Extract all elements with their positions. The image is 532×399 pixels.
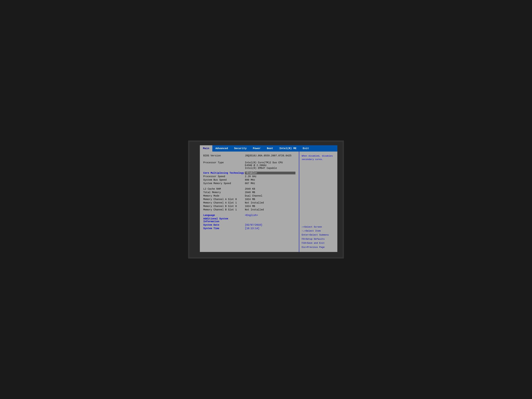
total-memory-value: 2048 MB xyxy=(245,191,295,194)
system-time-row: System Time [16:13:14] xyxy=(203,227,295,230)
system-date-row: System Date [02/07/2010] xyxy=(203,224,295,226)
content-area: BIOS Version JOQ3510J.86A.0559.2007.0726… xyxy=(200,152,337,252)
bios-version-value: JOQ3510J.86A.0559.2007.0726.0425 xyxy=(245,154,295,157)
l2-cache-value: 2048 KB xyxy=(245,188,295,190)
processor-type-value-line1: Intel(R) Core(TM)2 Duo CPU E4500 @ 2.20G… xyxy=(245,161,295,170)
key-hints: ↔=Select Screen ↑↓=Select Item Enter=Sel… xyxy=(302,225,335,249)
mem-ch-b-slot0-label: Memory Channel B Slot 0 xyxy=(203,205,245,208)
system-bus-row: System Bus Speed 800 MHz xyxy=(203,178,295,181)
menu-item-exit[interactable]: Exit xyxy=(300,145,312,152)
mem-ch-a-slot0-label: Memory Channel A Slot 0 xyxy=(203,198,245,201)
total-memory-label: Total Memory xyxy=(203,191,245,194)
menu-item-power[interactable]: Power xyxy=(250,145,264,152)
processor-type-row: Processor Type Intel(R) Core(TM)2 Duo CP… xyxy=(203,161,295,170)
system-bus-value: 800 MHz xyxy=(245,178,295,181)
bios-version-label: BIOS Version xyxy=(203,154,245,157)
menu-item-security[interactable]: Security xyxy=(231,145,250,152)
key-hint-enter: Enter=Select Submenu xyxy=(302,233,335,237)
mem-ch-a-slot1-label: Memory Channel A Slot 1 xyxy=(203,201,245,204)
additional-info-row: Additional System Information xyxy=(203,217,295,223)
additional-info-label[interactable]: Additional System Information xyxy=(203,217,245,223)
processor-speed-label: Processor Speed xyxy=(203,175,245,178)
processor-speed-row: Processor Speed 2.20 GHz xyxy=(203,175,295,178)
system-memory-row: System Memory Speed 667 MHz xyxy=(203,182,295,185)
bios-screen: Main Advanced Security Power Boot Intel(… xyxy=(200,145,337,252)
mem-ch-b-slot1-label: Memory Channel B Slot 1 xyxy=(203,208,245,211)
menu-bar: Main Advanced Security Power Boot Intel(… xyxy=(200,145,337,152)
monitor-frame: Main Advanced Security Power Boot Intel(… xyxy=(188,140,344,259)
menu-item-intel-me[interactable]: Intel(R) ME xyxy=(276,145,300,152)
core-multiplex-value[interactable]: <Enable> xyxy=(245,172,295,174)
mem-ch-b-slot0-value: 1024 MB xyxy=(245,205,295,208)
system-memory-value: 667 MHz xyxy=(245,182,295,185)
processor-speed-value: 2.20 GHz xyxy=(245,175,295,178)
sidebar: When disabled, disables secondary cores.… xyxy=(299,152,337,252)
total-memory-row: Total Memory 2048 MB xyxy=(203,191,295,194)
l2-cache-label: L2 Cache RAM xyxy=(203,188,245,190)
key-hint-esc: Esc=Previous Page xyxy=(302,245,335,249)
mem-ch-a-slot1-row: Memory Channel A Slot 1 Not Installed xyxy=(203,201,295,204)
mem-ch-a-slot0-value: 1024 MB xyxy=(245,198,295,201)
key-hint-select-item: ↑↓=Select Item xyxy=(302,229,335,233)
key-hint-select-screen: ↔=Select Screen xyxy=(302,225,335,229)
menu-item-boot[interactable]: Boot xyxy=(264,145,276,152)
core-multiplex-row: Core Multiplexing Technology <Enable> xyxy=(203,172,295,174)
menu-item-main[interactable]: Main xyxy=(200,145,212,152)
system-time-label: System Time xyxy=(203,227,245,230)
mem-ch-a-slot1-value: Not Installed xyxy=(245,201,295,204)
bios-version-section: BIOS Version JOQ3510J.86A.0559.2007.0726… xyxy=(203,154,295,157)
key-hint-f10: F10=Save and Exit xyxy=(302,241,335,245)
system-time-value[interactable]: [16:13:14] xyxy=(245,227,295,230)
menu-item-advanced[interactable]: Advanced xyxy=(212,145,231,152)
language-value[interactable]: <English> xyxy=(245,214,295,217)
main-content: BIOS Version JOQ3510J.86A.0559.2007.0726… xyxy=(200,152,299,252)
sidebar-content: When disabled, disables secondary cores.… xyxy=(302,154,335,249)
language-label: Language xyxy=(203,214,245,217)
mem-ch-b-slot1-value: Not Installed xyxy=(245,208,295,211)
l2-cache-row: L2 Cache RAM 2048 KB xyxy=(203,188,295,190)
memory-mode-row: Memory Mode Dual Channel xyxy=(203,195,295,197)
key-hint-f9: F9=Setup Defaults xyxy=(302,237,335,241)
core-multiplex-label: Core Multiplexing Technology xyxy=(203,172,245,174)
memory-mode-label: Memory Mode xyxy=(203,195,245,197)
processor-type-label: Processor Type xyxy=(203,161,245,170)
mem-ch-b-slot0-row: Memory Channel B Slot 0 1024 MB xyxy=(203,205,295,208)
system-date-label: System Date xyxy=(203,224,245,226)
mem-ch-b-slot1-row: Memory Channel B Slot 1 Not Installed xyxy=(203,208,295,211)
language-row: Language <English> xyxy=(203,214,295,217)
bios-version-row: BIOS Version JOQ3510J.86A.0559.2007.0726… xyxy=(203,154,295,157)
memory-mode-value: Dual Channel xyxy=(245,195,295,197)
system-date-value[interactable]: [02/07/2010] xyxy=(245,224,295,226)
processor-type-section: Processor Type Intel(R) Core(TM)2 Duo CP… xyxy=(203,161,295,170)
help-text: When disabled, disables secondary cores. xyxy=(302,154,335,161)
system-bus-label: System Bus Speed xyxy=(203,178,245,181)
mem-ch-a-slot0-row: Memory Channel A Slot 0 1024 MB xyxy=(203,198,295,201)
system-memory-label: System Memory Speed xyxy=(203,182,245,185)
